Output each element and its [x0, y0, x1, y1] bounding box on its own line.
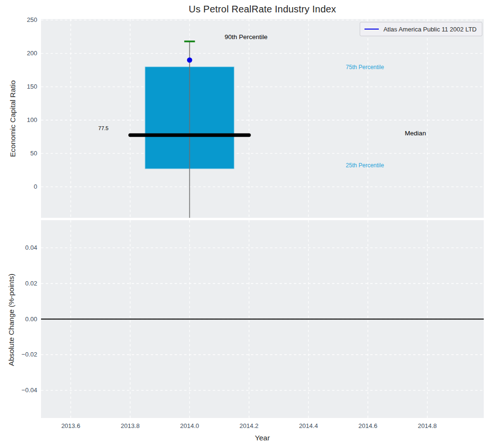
- y-tick-label: 0: [12, 183, 37, 190]
- annotation-p75-label: 75th Percentile: [312, 64, 417, 71]
- top-subplot-boxplot: [41, 19, 484, 218]
- y-tick-label: 200: [12, 50, 37, 57]
- x-tick-label: 2013.8: [114, 422, 147, 429]
- annotation-p25-label: 25th Percentile: [312, 162, 417, 169]
- x-tick-label: 2014.2: [232, 422, 266, 429]
- y-tick-label: 0.00: [12, 316, 37, 323]
- x-tick-label: 2013.6: [54, 422, 87, 429]
- y-tick-label: 0.04: [12, 244, 37, 251]
- annotation-median-label: Median: [363, 130, 468, 137]
- x-tick-label: 2014.4: [292, 422, 325, 429]
- y-tick-label: 100: [12, 116, 37, 123]
- y-tick-label: 50: [12, 150, 37, 157]
- chart-title: Us Petrol RealRate Industry Index: [41, 4, 484, 15]
- annotation-median-value: 77.5: [51, 125, 156, 131]
- x-tick-label: 2014.8: [411, 422, 444, 429]
- x-tick-label: 2014.6: [351, 422, 385, 429]
- company-data-point: [187, 58, 192, 63]
- legend-label: Atlas America Public 11 2002 LTD: [384, 26, 477, 33]
- legend: Atlas America Public 11 2002 LTD: [360, 22, 482, 36]
- legend-line-swatch: [364, 29, 379, 30]
- y-tick-label: 250: [12, 16, 37, 23]
- y-tick-label: 150: [12, 83, 37, 90]
- annotation-p90-label: 90th Percentile: [194, 33, 299, 41]
- y-tick-label: −0.02: [12, 351, 37, 358]
- bottom-subplot-change: [41, 220, 484, 418]
- x-tick-label: 2014.0: [173, 422, 206, 429]
- chart-figure: Us Petrol RealRate Industry Index Econom…: [0, 0, 489, 448]
- y-tick-label: −0.04: [12, 387, 37, 394]
- y-tick-label: 0.02: [12, 280, 37, 287]
- x-axis-label: Year: [41, 434, 484, 442]
